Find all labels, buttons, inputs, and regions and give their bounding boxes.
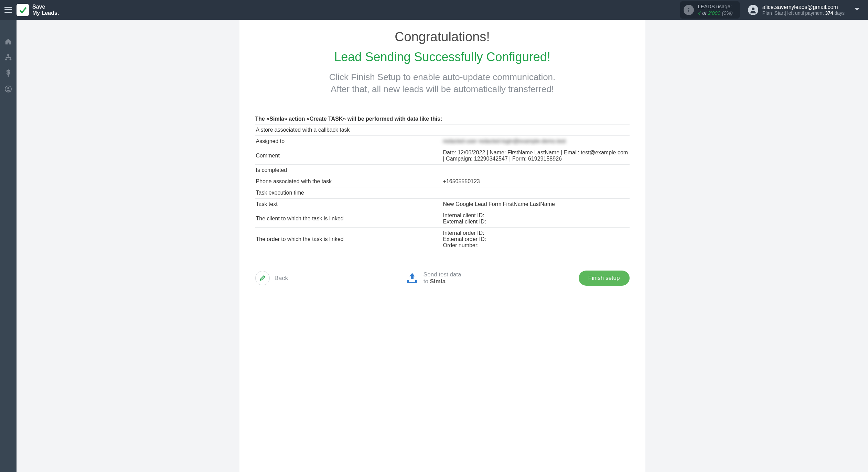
send-test-target: Simla bbox=[430, 278, 446, 285]
row-label: The client to which the task is linked bbox=[255, 210, 442, 228]
main-area: Congratulations! Lead Sending Successful… bbox=[17, 20, 868, 472]
usage-panel[interactable]: LEADS usage: 4 of 2'000 (0%) bbox=[680, 1, 740, 19]
description-text: Click Finish Setup to enable auto-update… bbox=[312, 71, 573, 95]
row-value bbox=[442, 187, 630, 199]
usage-pct: (0%) bbox=[722, 10, 733, 16]
sidebar bbox=[0, 20, 17, 472]
avatar-icon bbox=[748, 5, 758, 15]
footer-row: Back Send test data to Simla Finish setu… bbox=[255, 271, 630, 286]
table-row: Assigned toredacted-user redacted-login@… bbox=[255, 136, 630, 147]
usage-used: 4 bbox=[698, 10, 701, 16]
usage-of: of bbox=[702, 10, 707, 16]
content-panel: Congratulations! Lead Sending Successful… bbox=[239, 20, 645, 472]
table-row: The order to which the task is linkedInt… bbox=[255, 228, 630, 251]
send-test-text: Send test data to Simla bbox=[424, 271, 461, 285]
row-label: Assigned to bbox=[255, 136, 442, 147]
send-test-button[interactable]: Send test data to Simla bbox=[406, 271, 461, 285]
data-preview-table: A store associated with a callback taskA… bbox=[255, 124, 630, 251]
account-plan: Plan |Start| left until payment 374 days bbox=[762, 10, 845, 16]
plan-prefix: Plan |Start| left until payment bbox=[762, 10, 825, 16]
row-value: Internal order ID:External order ID:Orde… bbox=[442, 228, 630, 251]
svg-point-10 bbox=[7, 87, 9, 89]
svg-rect-0 bbox=[4, 7, 12, 8]
svg-rect-8 bbox=[10, 59, 11, 61]
row-label: Comment bbox=[255, 147, 442, 165]
row-label: Task execution time bbox=[255, 187, 442, 199]
usage-text: LEADS usage: 4 of 2'000 (0%) bbox=[698, 3, 733, 17]
table-row: CommentDate: 12/06/2022 | Name: FirstNam… bbox=[255, 147, 630, 165]
back-label: Back bbox=[275, 275, 288, 282]
row-value: redacted-user redacted-login@example-dem… bbox=[442, 136, 630, 147]
table-row: Task textNew Google Lead Form FirstName … bbox=[255, 199, 630, 210]
table-row: Is completed bbox=[255, 165, 630, 176]
account-email: alice.savemyleads@gmail.com bbox=[762, 4, 845, 10]
hamburger-icon bbox=[4, 7, 12, 13]
logo-line2: My Leads. bbox=[32, 10, 59, 16]
row-value: Date: 12/06/2022 | Name: FirstName LastN… bbox=[442, 147, 630, 165]
table-row: The client to which the task is linkedIn… bbox=[255, 210, 630, 228]
menu-toggle-button[interactable] bbox=[0, 0, 17, 20]
logo-mark bbox=[17, 4, 29, 16]
row-value: +16505550123 bbox=[442, 176, 630, 187]
home-icon bbox=[4, 38, 12, 45]
nav-integrations[interactable] bbox=[0, 50, 17, 65]
account-menu[interactable]: alice.savemyleads@gmail.com Plan |Start|… bbox=[748, 4, 845, 16]
svg-rect-1 bbox=[4, 9, 12, 10]
send-test-line2: to Simla bbox=[424, 278, 461, 285]
desc-line1: Click Finish Setup to enable auto-update… bbox=[312, 71, 573, 83]
svg-rect-6 bbox=[7, 54, 9, 56]
usage-label: LEADS usage: bbox=[698, 3, 733, 10]
table-row: Task execution time bbox=[255, 187, 630, 199]
upload-icon bbox=[406, 272, 419, 284]
row-label: A store associated with a callback task bbox=[255, 124, 442, 136]
row-label: Phone associated with the task bbox=[255, 176, 442, 187]
topbar: Save My Leads. LEADS usage: 4 of 2'000 (… bbox=[0, 0, 868, 20]
table-row: Phone associated with the task+165055501… bbox=[255, 176, 630, 187]
table-row: A store associated with a callback task bbox=[255, 124, 630, 136]
plan-days: 374 bbox=[825, 10, 833, 16]
info-icon bbox=[684, 5, 694, 15]
nav-home[interactable] bbox=[0, 34, 17, 50]
send-test-line1: Send test data bbox=[424, 271, 461, 278]
svg-rect-2 bbox=[4, 12, 12, 13]
svg-point-3 bbox=[688, 8, 689, 9]
finish-setup-button[interactable]: Finish setup bbox=[579, 271, 630, 286]
pencil-icon bbox=[259, 275, 266, 282]
send-test-prefix: to bbox=[424, 278, 430, 285]
desc-line2: After that, all new leads will be automa… bbox=[312, 83, 573, 95]
row-label: Is completed bbox=[255, 165, 442, 176]
plan-suffix: days bbox=[833, 10, 845, 16]
row-value: New Google Lead Form FirstName LastName bbox=[442, 199, 630, 210]
svg-rect-7 bbox=[5, 59, 7, 61]
logo[interactable]: Save My Leads. bbox=[17, 4, 59, 16]
logo-line1: Save bbox=[32, 4, 59, 10]
svg-point-5 bbox=[752, 8, 754, 10]
dollar-icon bbox=[6, 69, 11, 77]
shell: Congratulations! Lead Sending Successful… bbox=[0, 20, 868, 472]
check-icon bbox=[19, 6, 27, 14]
back-icon-circle bbox=[255, 271, 270, 285]
nav-billing[interactable] bbox=[0, 65, 17, 81]
account-info: alice.savemyleads@gmail.com Plan |Start|… bbox=[762, 4, 845, 16]
row-value bbox=[442, 165, 630, 176]
user-icon bbox=[4, 85, 12, 93]
account-caret[interactable] bbox=[851, 7, 863, 13]
success-heading: Lead Sending Successfully Configured! bbox=[255, 50, 630, 64]
row-value bbox=[442, 124, 630, 136]
logo-text: Save My Leads. bbox=[32, 4, 59, 16]
usage-total: 2'000 bbox=[708, 10, 720, 16]
chevron-down-icon bbox=[854, 8, 860, 12]
nav-account[interactable] bbox=[0, 81, 17, 97]
row-label: The order to which the task is linked bbox=[255, 228, 442, 251]
back-button[interactable]: Back bbox=[255, 271, 288, 285]
row-value: Internal client ID:External client ID: bbox=[442, 210, 630, 228]
table-caption: The «Simla» action «Create TASK» will be… bbox=[255, 116, 630, 124]
sitemap-icon bbox=[4, 54, 12, 61]
svg-rect-4 bbox=[688, 10, 689, 12]
congrats-heading: Congratulations! bbox=[255, 30, 630, 44]
row-label: Task text bbox=[255, 199, 442, 210]
usage-value: 4 of 2'000 (0%) bbox=[698, 10, 733, 17]
